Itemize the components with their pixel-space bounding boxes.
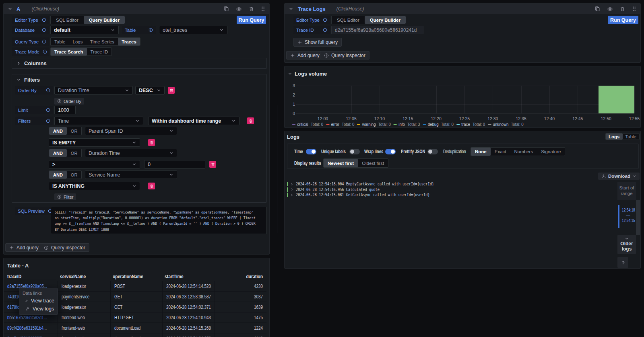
- dedup-none[interactable]: None: [471, 148, 491, 156]
- expand-caret-icon[interactable]: [290, 183, 293, 186]
- legend-item-error[interactable]: errorTotal: 0: [326, 122, 354, 127]
- view-table[interactable]: Table: [623, 134, 640, 140]
- trace-mode-trace-search[interactable]: Trace Search: [51, 48, 87, 55]
- legend-item-trace[interactable]: traceTotal: 0: [456, 122, 485, 127]
- cell-traceid[interactable]: 89cf4286e631591b4...: [4, 323, 58, 333]
- log-row[interactable]: 2024-06-28 12:54:15.081 GetCartAsync cal…: [287, 192, 612, 198]
- query-inspector-button[interactable]: Query inspector: [40, 243, 89, 252]
- expand-caret-icon[interactable]: [290, 188, 293, 191]
- query-type-logs[interactable]: Logs: [69, 38, 87, 45]
- database-select[interactable]: default: [50, 26, 119, 34]
- bool-and[interactable]: AND: [49, 171, 67, 179]
- drag-handle-icon[interactable]: [632, 6, 636, 12]
- info-icon[interactable]: [42, 39, 46, 44]
- info-icon[interactable]: [46, 119, 50, 123]
- remove-filter-button[interactable]: [209, 161, 216, 168]
- filter-field-select[interactable]: Duration Time: [85, 149, 177, 157]
- dedup-signature[interactable]: Signature: [537, 148, 565, 156]
- bool-and[interactable]: AND: [49, 149, 67, 157]
- editor-type-query-builder[interactable]: Query Builder: [84, 16, 125, 24]
- filter-operator-select[interactable]: IS EMPTY: [49, 138, 140, 147]
- legend-item-critical[interactable]: criticalTotal: 0: [292, 122, 323, 127]
- remove-time-filter-button[interactable]: [247, 117, 254, 124]
- filter-operator-select[interactable]: IS ANYTHING: [49, 182, 140, 190]
- duplicate-query-icon[interactable]: [594, 6, 600, 12]
- add-order-by-button[interactable]: Order By: [54, 98, 84, 105]
- filter-operator-select[interactable]: >: [49, 160, 140, 168]
- oldest-first[interactable]: Oldest first: [358, 159, 388, 167]
- query-row-header-trace-logs[interactable]: Trace Logs (ClickHouse): [285, 4, 640, 14]
- minimap-scrollbar-thumb[interactable]: [636, 200, 640, 235]
- query-inspector-button[interactable]: Query inspector: [320, 51, 369, 60]
- query-type-time-series[interactable]: Time Series: [86, 38, 118, 45]
- filter-value-input[interactable]: 0: [144, 160, 205, 168]
- legend-item-info[interactable]: infoTotal: 3: [394, 122, 420, 127]
- drag-handle-icon[interactable]: [261, 6, 265, 12]
- run-query-button[interactable]: Run Query: [237, 16, 266, 24]
- bool-or[interactable]: OR: [67, 171, 82, 179]
- info-icon[interactable]: [46, 108, 50, 112]
- column-header-operationname[interactable]: operationName: [111, 273, 163, 281]
- menu-item-view-logs[interactable]: View logs: [19, 305, 58, 313]
- trace-id-input[interactable]: d2a7155ef6a928a05680e5ff6190241d: [331, 26, 423, 34]
- query-row-header-a[interactable]: A (ClickHouse): [4, 4, 269, 14]
- collapse-chevron-icon[interactable]: [8, 6, 12, 11]
- column-header-duration[interactable]: duration: [215, 273, 266, 281]
- scroll-to-top-button[interactable]: [617, 257, 628, 268]
- editor-type-sql-editor[interactable]: SQL Editor: [51, 16, 84, 24]
- column-header-starttime[interactable]: startTime: [163, 273, 215, 281]
- legend-item-debug[interactable]: debugTotal: 0: [423, 122, 454, 127]
- info-icon[interactable]: [42, 18, 46, 22]
- split-pane-divider[interactable]: [277, 105, 277, 233]
- filter-time-field-select[interactable]: Time: [54, 117, 143, 125]
- view-logs[interactable]: Logs: [606, 134, 622, 140]
- filters-section-header[interactable]: Filters: [12, 74, 266, 83]
- bool-or[interactable]: OR: [67, 127, 82, 135]
- log-row[interactable]: 2024-06-28 12:54:18.004 EmptyCartAsync c…: [287, 181, 612, 187]
- filter-field-select[interactable]: Service Name: [85, 171, 177, 179]
- info-icon[interactable]: [323, 28, 327, 32]
- trace-mode-trace-id[interactable]: Trace ID: [87, 48, 112, 55]
- show-full-query-button[interactable]: Show full query: [293, 38, 342, 47]
- older-logs-button[interactable]: Older logs: [617, 235, 636, 254]
- query-type-table[interactable]: Table: [51, 38, 69, 45]
- logs-volume-header[interactable]: Logs volume: [288, 71, 327, 77]
- disable-query-eye-icon[interactable]: [236, 6, 242, 12]
- info-icon[interactable]: [323, 18, 327, 22]
- download-button[interactable]: Download: [598, 173, 640, 180]
- add-query-button[interactable]: Add query: [286, 51, 324, 60]
- limit-input[interactable]: 1000: [54, 106, 76, 114]
- info-icon[interactable]: [43, 49, 47, 54]
- duplicate-query-icon[interactable]: [223, 6, 229, 12]
- run-query-button[interactable]: Run Query: [608, 16, 638, 24]
- disable-query-eye-icon[interactable]: [607, 6, 613, 12]
- wrap-lines-toggle[interactable]: [385, 149, 396, 154]
- info-icon[interactable]: [42, 28, 46, 32]
- dedup-exact[interactable]: Exact: [491, 148, 510, 156]
- add-filter-button[interactable]: Filter: [54, 193, 76, 200]
- add-query-button[interactable]: Add query: [5, 243, 43, 252]
- dedup-numbers[interactable]: Numbers: [510, 148, 537, 156]
- editor-type-query-builder[interactable]: Query Builder: [365, 16, 406, 24]
- delete-query-trash-icon[interactable]: [249, 6, 254, 12]
- remove-filter-button[interactable]: [148, 183, 155, 189]
- info-icon[interactable]: [46, 88, 50, 92]
- bool-or[interactable]: OR: [67, 149, 82, 157]
- logs-volume-bar-info[interactable]: [599, 86, 635, 113]
- remove-filter-button[interactable]: [148, 139, 155, 146]
- expand-caret-icon[interactable]: [290, 193, 293, 197]
- filter-field-select[interactable]: Parent Span ID: [85, 127, 177, 135]
- unique-labels-toggle[interactable]: [349, 149, 360, 154]
- column-header-servicename[interactable]: serviceName: [58, 273, 111, 281]
- info-icon[interactable]: [149, 28, 153, 32]
- newest-first[interactable]: Newest first: [324, 159, 358, 167]
- prettify-json-toggle[interactable]: [427, 149, 438, 154]
- editor-type-sql-editor[interactable]: SQL Editor: [332, 16, 365, 24]
- table-row[interactable]: 8aa7acf861941388b... frontend-web docume…: [4, 333, 266, 337]
- columns-section[interactable]: Columns: [12, 58, 267, 69]
- remove-order-by-button[interactable]: [168, 87, 175, 94]
- legend-item-warning[interactable]: warningTotal: 0: [357, 122, 391, 127]
- bool-and[interactable]: AND: [49, 127, 67, 135]
- delete-query-trash-icon[interactable]: [620, 6, 625, 12]
- minimap-selection-bar[interactable]: [618, 205, 619, 228]
